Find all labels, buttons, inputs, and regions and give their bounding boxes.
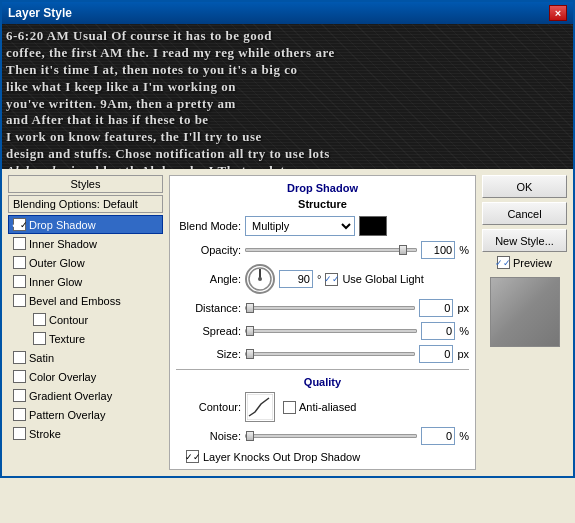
blend-mode-label: Blend Mode: [176, 220, 241, 232]
layer-style-dialog: Layer Style × 6-6:20 AM Usual Of course … [0, 0, 575, 478]
dialog-title: Layer Style [8, 6, 72, 20]
title-bar: Layer Style × [2, 2, 573, 24]
stroke-checkbox[interactable] [13, 427, 26, 440]
opacity-unit: % [459, 244, 469, 256]
main-content: Drop Shadow Structure Blend Mode: Multip… [169, 175, 476, 470]
blend-color-swatch[interactable] [359, 216, 387, 236]
bevel-emboss-checkbox[interactable] [13, 294, 26, 307]
inner-glow-label: Inner Glow [29, 276, 82, 288]
sidebar-item-outer-glow[interactable]: Outer Glow [8, 253, 163, 272]
quality-title: Quality [176, 376, 469, 388]
pattern-overlay-label: Pattern Overlay [29, 409, 105, 421]
distance-label: Distance: [176, 302, 241, 314]
color-overlay-checkbox[interactable] [13, 370, 26, 383]
blend-mode-row: Blend Mode: Multiply Normal Dissolve Scr… [176, 216, 469, 236]
sidebar-item-inner-shadow[interactable]: Inner Shadow [8, 234, 163, 253]
spread-input[interactable] [421, 322, 455, 340]
opacity-row: Opacity: % [176, 241, 469, 259]
pattern-overlay-checkbox[interactable] [13, 408, 26, 421]
inner-glow-checkbox[interactable] [13, 275, 26, 288]
texture-checkbox[interactable] [33, 332, 46, 345]
noise-input[interactable] [421, 427, 455, 445]
size-slider[interactable] [245, 352, 415, 356]
angle-row: Angle: ° ✓ Use Global [176, 264, 469, 294]
bevel-emboss-label: Bevel and Emboss [29, 295, 121, 307]
degree-symbol: ° [317, 273, 321, 285]
drop-shadow-checkbox[interactable]: ✓ [13, 218, 26, 231]
contour-row: Contour: Anti-aliased [176, 392, 469, 422]
svg-point-2 [258, 277, 262, 281]
distance-input[interactable] [419, 299, 453, 317]
angle-input[interactable] [279, 270, 313, 288]
distance-unit: px [457, 302, 469, 314]
ok-button[interactable]: OK [482, 175, 567, 198]
size-label: Size: [176, 348, 241, 360]
image-preview: 6-6:20 AM Usual Of course it has to be g… [2, 24, 573, 169]
left-panel: Styles Blending Options: Default ✓ Drop … [8, 175, 163, 470]
global-light-checkbox[interactable]: ✓ [325, 273, 338, 286]
cancel-button[interactable]: Cancel [482, 202, 567, 225]
knock-out-checkbox[interactable]: ✓ [186, 450, 199, 463]
sidebar-item-stroke[interactable]: Stroke [8, 424, 163, 443]
satin-label: Satin [29, 352, 54, 364]
dialog-body: Styles Blending Options: Default ✓ Drop … [2, 169, 573, 476]
distance-slider[interactable] [245, 306, 415, 310]
styles-button[interactable]: Styles [8, 175, 163, 193]
global-light-label: Use Global Light [342, 273, 423, 285]
right-panel: OK Cancel New Style... ✓ Preview [482, 175, 567, 470]
preview-label-text: Preview [513, 257, 552, 269]
section-title: Drop Shadow [176, 182, 469, 194]
noise-label: Noise: [176, 430, 241, 442]
gradient-overlay-label: Gradient Overlay [29, 390, 112, 402]
gradient-overlay-checkbox[interactable] [13, 389, 26, 402]
outer-glow-label: Outer Glow [29, 257, 85, 269]
size-unit: px [457, 348, 469, 360]
blend-mode-select[interactable]: Multiply Normal Dissolve Screen Overlay [245, 216, 355, 236]
sidebar-item-satin[interactable]: Satin [8, 348, 163, 367]
satin-checkbox[interactable] [13, 351, 26, 364]
contour-label: Contour [49, 314, 88, 326]
opacity-input[interactable] [421, 241, 455, 259]
new-style-button[interactable]: New Style... [482, 229, 567, 252]
sidebar-item-pattern-overlay[interactable]: Pattern Overlay [8, 405, 163, 424]
sidebar-item-drop-shadow[interactable]: ✓ Drop Shadow [8, 215, 163, 234]
stroke-label: Stroke [29, 428, 61, 440]
anti-alias-label: Anti-aliased [299, 401, 356, 413]
opacity-slider[interactable] [245, 248, 417, 252]
sidebar-item-texture[interactable]: Texture [8, 329, 163, 348]
contour-label: Contour: [176, 401, 241, 413]
close-button[interactable]: × [549, 5, 567, 21]
sidebar-item-color-overlay[interactable]: Color Overlay [8, 367, 163, 386]
sidebar-item-bevel-emboss[interactable]: Bevel and Emboss [8, 291, 163, 310]
angle-dial[interactable] [245, 264, 275, 294]
inner-shadow-label: Inner Shadow [29, 238, 97, 250]
spread-slider[interactable] [245, 329, 417, 333]
quality-section: Quality Contour: Anti-aliased [176, 369, 469, 463]
color-overlay-label: Color Overlay [29, 371, 96, 383]
sidebar-item-gradient-overlay[interactable]: Gradient Overlay [8, 386, 163, 405]
outer-glow-checkbox[interactable] [13, 256, 26, 269]
preview-checkbox[interactable]: ✓ [497, 256, 510, 269]
drop-shadow-label: Drop Shadow [29, 219, 96, 231]
spread-label: Spread: [176, 325, 241, 337]
size-row: Size: px [176, 345, 469, 363]
spread-unit: % [459, 325, 469, 337]
sidebar-item-contour[interactable]: Contour [8, 310, 163, 329]
anti-alias-row: Anti-aliased [283, 401, 356, 414]
inner-shadow-checkbox[interactable] [13, 237, 26, 250]
opacity-label: Opacity: [176, 244, 241, 256]
contour-preview[interactable] [245, 392, 275, 422]
knock-out-label: Layer Knocks Out Drop Shadow [203, 451, 360, 463]
angle-label: Angle: [176, 273, 241, 285]
sub-section-title: Structure [176, 198, 469, 210]
contour-checkbox[interactable] [33, 313, 46, 326]
anti-alias-checkbox[interactable] [283, 401, 296, 414]
svg-rect-3 [247, 394, 273, 420]
preview-thumbnail [490, 277, 560, 347]
blending-options-button[interactable]: Blending Options: Default [8, 195, 163, 213]
size-input[interactable] [419, 345, 453, 363]
sidebar-item-inner-glow[interactable]: Inner Glow [8, 272, 163, 291]
preview-row: ✓ Preview [482, 256, 567, 269]
noise-slider[interactable] [245, 434, 417, 438]
knock-out-row: ✓ Layer Knocks Out Drop Shadow [176, 450, 469, 463]
